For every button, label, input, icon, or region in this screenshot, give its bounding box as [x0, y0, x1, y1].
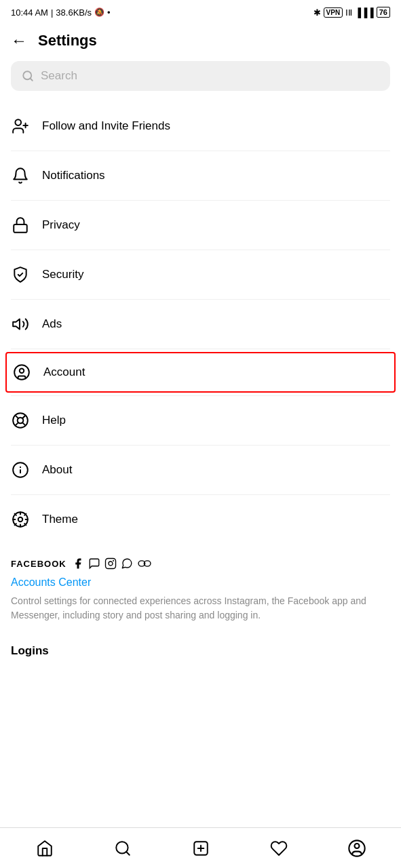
battery-indicator: 76: [377, 7, 390, 18]
ads-icon: [11, 315, 30, 334]
follow-label: Follow and Invite Friends: [42, 119, 170, 133]
status-left: 10:44 AM | 38.6KB/s 🔕 •: [11, 7, 111, 18]
search-container: Search: [0, 61, 401, 104]
menu-item-ads[interactable]: Ads: [11, 302, 390, 346]
search-placeholder: Search: [41, 69, 77, 83]
help-label: Help: [42, 414, 66, 427]
facebook-header: FACEBOOK: [11, 557, 390, 570]
shield-icon: [11, 265, 30, 284]
vpn-badge: VPN: [324, 7, 343, 18]
menu-item-follow[interactable]: Follow and Invite Friends: [11, 104, 390, 148]
search-bar[interactable]: Search: [11, 61, 390, 91]
menu-item-privacy[interactable]: Privacy: [11, 203, 390, 247]
svg-point-31: [113, 561, 113, 561]
svg-line-15: [15, 422, 18, 426]
privacy-label: Privacy: [42, 218, 80, 232]
svg-point-2: [15, 119, 21, 125]
mute-icon: 🔕: [94, 7, 104, 17]
svg-line-11: [15, 415, 18, 418]
status-bar: 10:44 AM | 38.6KB/s 🔕 • ✱ VPN ⅠⅡ ▐▐▐ 76: [0, 0, 401, 24]
facebook-icon: [72, 557, 84, 570]
accounts-center-description: Control settings for connected experienc…: [11, 594, 390, 623]
accounts-center-link[interactable]: Accounts Center: [11, 576, 390, 589]
header: ← Settings: [0, 24, 401, 61]
heart-icon: [270, 840, 288, 857]
account-label: Account: [43, 366, 85, 379]
theme-icon: [11, 510, 30, 529]
page-title: Settings: [38, 32, 97, 50]
svg-point-7: [14, 365, 29, 380]
security-label: Security: [42, 268, 83, 281]
lock-icon: [11, 216, 30, 235]
menu-item-theme[interactable]: Theme: [11, 498, 390, 541]
status-right: ✱ VPN ⅠⅡ ▐▐▐ 76: [313, 7, 390, 18]
svg-point-20: [18, 517, 23, 522]
meta-icon: [137, 559, 152, 568]
svg-marker-6: [13, 319, 20, 329]
whatsapp-icon: [121, 557, 133, 570]
info-icon: [11, 460, 30, 479]
menu-list: Follow and Invite Friends Notifications …: [0, 104, 401, 541]
logins-title: Logins: [11, 644, 390, 658]
signal-icon-2: ▐▐▐: [355, 7, 374, 18]
menu-item-about[interactable]: About: [11, 448, 390, 492]
home-icon: [36, 840, 54, 857]
help-icon: [11, 411, 30, 430]
network-speed: |: [51, 7, 53, 18]
about-label: About: [42, 463, 72, 477]
svg-line-35: [126, 852, 130, 855]
follow-icon: [11, 117, 30, 136]
signal-icon: ⅠⅡ: [345, 7, 352, 18]
menu-item-help[interactable]: Help: [11, 399, 390, 442]
ads-label: Ads: [42, 317, 62, 331]
svg-point-30: [109, 561, 113, 566]
bluetooth-icon: ✱: [313, 7, 321, 18]
time: 10:44 AM: [11, 7, 48, 18]
messenger-icon: [88, 557, 100, 570]
facebook-title: FACEBOOK: [11, 559, 66, 569]
back-button[interactable]: ←: [11, 31, 27, 50]
nav-likes[interactable]: [259, 833, 299, 863]
search-icon: [22, 70, 34, 82]
nav-profile[interactable]: [337, 833, 377, 863]
svg-rect-5: [14, 224, 27, 233]
svg-line-14: [22, 416, 25, 418]
svg-line-1: [30, 78, 32, 80]
menu-item-notifications[interactable]: Notifications: [11, 154, 390, 197]
svg-point-40: [354, 844, 359, 848]
network-speed-value: 38.6KB/s: [56, 7, 92, 18]
nav-search[interactable]: [102, 833, 143, 863]
fb-icons: [72, 557, 152, 570]
menu-item-account[interactable]: Account: [5, 352, 396, 393]
instagram-icon: [104, 557, 117, 570]
bell-icon: [11, 166, 30, 185]
menu-item-security[interactable]: Security: [11, 253, 390, 296]
account-icon: [12, 363, 31, 382]
notifications-label: Notifications: [42, 169, 105, 182]
nav-home[interactable]: [24, 833, 65, 863]
dot-indicator: •: [107, 7, 111, 18]
facebook-section: FACEBOOK: [0, 541, 401, 631]
theme-label: Theme: [42, 513, 78, 526]
add-icon: [192, 840, 210, 857]
nav-add[interactable]: [180, 833, 221, 863]
svg-point-8: [20, 369, 24, 374]
logins-section: Logins: [0, 631, 401, 658]
svg-line-12: [22, 422, 26, 426]
bottom-nav: [0, 827, 401, 868]
svg-rect-29: [105, 559, 115, 569]
nav-search-icon: [114, 840, 132, 857]
profile-icon: [347, 839, 366, 858]
